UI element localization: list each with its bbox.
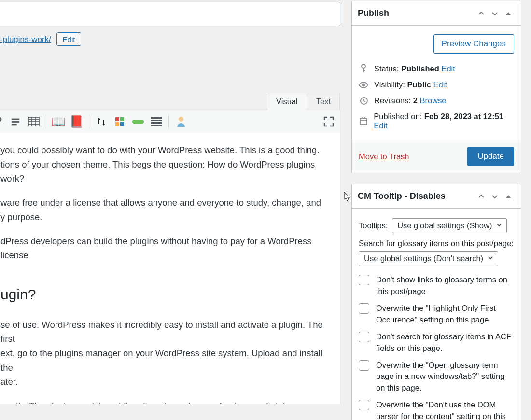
checkbox[interactable] [359,303,369,314]
visibility-label: Visibility: [374,80,405,89]
sidebar: Publish Preview Changes Status: Publishe… [351,1,521,420]
checkbox-label: Overwrite the "Highlight Only First Occu… [376,303,514,326]
body-text: rrectly. The plugins work by adding disc… [0,401,290,404]
checkbox-row: Overwrite the "Don't use the DOM parser … [359,397,514,420]
svg-rect-13 [132,120,144,124]
search-select[interactable]: Use global settings (Don't search) [359,251,498,266]
checkbox[interactable] [359,400,369,410]
chevron-down-icon [487,254,494,263]
checkbox[interactable] [359,275,369,285]
svg-rect-9 [115,117,119,121]
panel-down-icon[interactable] [488,7,502,20]
move-to-trash-link[interactable]: Move to Trash [359,152,409,161]
search-select-label: Search for glossary items on this post/p… [359,239,514,248]
svg-point-18 [179,117,183,122]
status-value: Published [401,64,439,73]
calendar-icon [359,117,368,126]
permalink-edit-button[interactable]: Edit [56,32,82,46]
history-icon [359,97,368,105]
tab-text[interactable]: Text [307,93,340,111]
chevron-down-icon [496,221,503,230]
update-button[interactable]: Update [467,147,514,166]
cm-tooltip-title: CM Tooltip - Disables [358,191,475,201]
checkbox-label: Overwrite the "Open glossary term page i… [376,360,514,394]
bars-icon[interactable] [148,113,165,130]
panel-down-icon[interactable] [488,190,502,203]
panel-toggle-icon[interactable] [502,7,515,20]
published-label: Published on: [374,112,422,121]
svg-point-22 [363,84,365,86]
revisions-label: Revisions: [374,96,411,105]
tooltips-label: Tooltips: [359,221,388,230]
revisions-value: 2 [413,96,418,105]
preview-changes-button[interactable]: Preview Changes [433,34,514,54]
editor-container: Visual Text 📖 📕 [0,110,340,404]
checkbox-label: Don't search for glossary items in ACF f… [376,331,514,354]
eraser-icon[interactable] [7,113,24,130]
status-label: Status: [374,64,399,73]
body-text: ext, go to the plugins manager on your W… [0,348,322,373]
link-icon[interactable] [0,113,5,130]
fullscreen-icon[interactable] [321,113,337,130]
checkbox-label: Don't show links to glossary terms on th… [376,274,514,297]
cursor-icon [344,192,351,202]
post-title-input[interactable] [0,2,340,26]
search-select-value: Use global settings (Don't search) [364,254,483,263]
editor-column: -plugins-work/ Edit Visual Text 📖 📕 [0,0,343,420]
svg-rect-11 [115,122,119,126]
cm-tooltip-body: Tooltips: Use global settings (Show) Sea… [352,209,521,420]
checkbox-label: Overwrite the "Don't use the DOM parser … [376,399,514,420]
content-heading: ugin? [0,283,325,306]
published-row: Published on: Feb 28, 2023 at 12:51 Edit [359,109,514,134]
svg-rect-15 [151,120,162,121]
checkbox-row: Don't search for glossary items in ACF f… [359,329,514,357]
user-icon[interactable] [173,113,189,130]
publish-title: Publish [358,8,475,18]
book-closed-icon[interactable]: 📕 [69,113,85,130]
table-icon[interactable] [26,113,42,130]
publish-body: Preview Changes Status: Published Edit V… [352,26,521,140]
tab-visual[interactable]: Visual [267,93,307,111]
body-text: tions of your chosen theme. This begs th… [0,159,315,184]
visibility-edit-link[interactable]: Edit [433,80,447,89]
body-text: ware free under a license that allows an… [0,197,321,208]
svg-point-19 [362,64,365,68]
checkbox[interactable] [359,360,369,371]
sort-icon[interactable] [93,113,110,130]
hr-icon[interactable] [130,113,146,130]
checkbox[interactable] [359,332,369,342]
svg-rect-1 [12,121,20,123]
svg-rect-21 [363,70,365,71]
body-text: ater. [0,377,18,387]
svg-rect-24 [360,118,367,125]
publish-panel-header: Publish [352,1,521,26]
status-row: Status: Published Edit [359,60,514,77]
visibility-value: Public [407,80,431,89]
svg-rect-20 [363,68,364,72]
svg-rect-2 [12,124,17,125]
svg-rect-16 [151,122,162,124]
panel-toggle-icon[interactable] [502,190,515,203]
blocks-icon[interactable] [112,113,128,130]
revisions-browse-link[interactable]: Browse [420,96,447,105]
editor-content[interactable]: you could possibly want to do with your … [0,133,340,404]
tooltips-select-value: Use global settings (Show) [397,221,492,230]
body-text: you could possibly want to do with your … [0,145,320,155]
svg-rect-14 [151,117,162,119]
editor-tabs: Visual Text [267,92,340,110]
editor-toolbar: 📖 📕 [0,110,340,133]
published-edit-link[interactable]: Edit [374,121,387,130]
status-edit-link[interactable]: Edit [441,64,455,73]
cm-tooltip-panel: CM Tooltip - Disables Tooltips: Use glob… [351,184,521,420]
book-open-icon[interactable]: 📖 [50,113,67,130]
permalink-slug-link[interactable]: -plugins-work/ [0,35,51,44]
panel-up-icon[interactable] [475,190,488,203]
revisions-row: Revisions: 2 Browse [359,93,514,109]
tooltips-select[interactable]: Use global settings (Show) [392,218,507,233]
svg-rect-10 [120,117,124,121]
cm-tooltip-header: CM Tooltip - Disables [352,184,521,209]
body-text: se of use. WordPress makes it incredibly… [0,320,323,344]
panel-up-icon[interactable] [475,7,488,20]
checkbox-row: Overwrite the "Open glossary term page i… [359,357,514,397]
svg-rect-12 [120,122,124,126]
